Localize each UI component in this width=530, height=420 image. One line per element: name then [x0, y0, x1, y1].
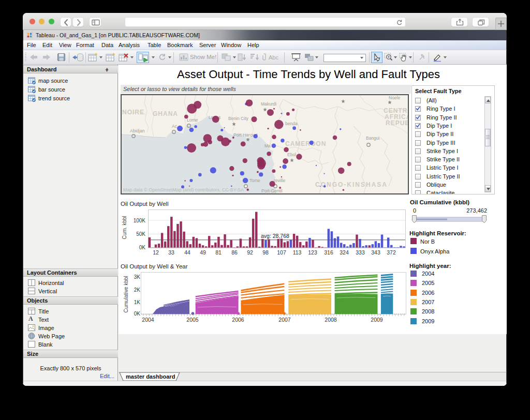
- svg-text:Tome: Tome: [249, 178, 260, 183]
- svg-text:Benin City: Benin City: [228, 116, 248, 121]
- svg-text:Makurdi: Makurdi: [261, 101, 276, 107]
- svg-text:Noele: Noele: [389, 95, 400, 100]
- svg-text:Lome: Lome: [187, 117, 198, 123]
- svg-text:Ebol: Ebol: [287, 152, 296, 157]
- svg-text:Port-Gentil: Port-Gentil: [261, 188, 283, 193]
- svg-text:Port Har: Port Har: [233, 132, 250, 138]
- svg-text:Ma: Ma: [264, 143, 271, 148]
- svg-text:CAMEROON: CAMEROON: [285, 140, 326, 147]
- svg-text:CONGO-KINSHASA: CONGO-KINSHASA: [315, 181, 388, 188]
- svg-text:REPUBL: REPUBL: [386, 119, 408, 127]
- svg-text:reville: reville: [274, 178, 285, 183]
- svg-text:Ac: Ac: [172, 124, 178, 129]
- svg-text:Bangui: Bangui: [366, 136, 380, 141]
- svg-text:benda: benda: [285, 121, 298, 126]
- svg-text:GHANA: GHANA: [153, 110, 178, 117]
- svg-text:Abidjan: Abidjan: [130, 128, 145, 133]
- svg-text:NOIRE: NOIRE: [122, 109, 144, 116]
- svg-text:avg: 28,768: avg: 28,768: [261, 233, 289, 239]
